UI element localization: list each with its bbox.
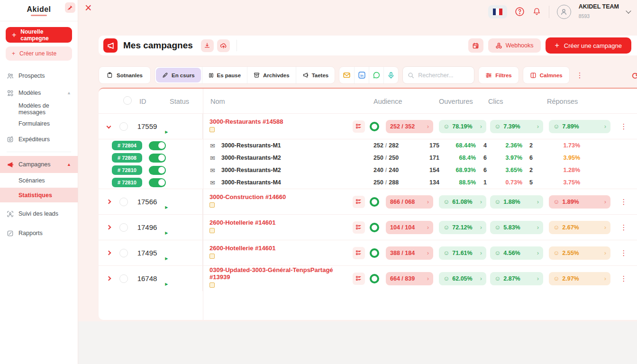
- main-area: × AKIDEL TEAM 8593 Mes campagnes Webhook…: [78, 0, 637, 364]
- channel-filters: in: [339, 66, 399, 84]
- open-rate-pill[interactable]: ☺61.08%›: [439, 195, 486, 209]
- audience-pill[interactable]: 252 / 352›: [386, 120, 433, 133]
- message-toggle[interactable]: [149, 178, 166, 187]
- message-row: # 72810 ✉ 3000-Restaurants-M4 250/288 13…: [99, 176, 637, 189]
- search-input[interactable]: [418, 72, 465, 79]
- new-campaign-button[interactable]: + Nourelle campegne: [6, 27, 72, 43]
- sidebar-item-statistics[interactable]: Statistiques: [0, 188, 78, 202]
- sidebar-item-senders[interactable]: Expéditeurs: [0, 131, 78, 148]
- message-toggle[interactable]: [149, 141, 166, 150]
- message-name: 3000-Restaurants-M2: [221, 155, 373, 161]
- row-checkbox[interactable]: [119, 198, 137, 206]
- sidebar-item-prospects[interactable]: Prospects: [0, 67, 78, 84]
- sidebar-item-campaigns[interactable]: Campagnes ▲: [0, 156, 78, 173]
- svg-text:in: in: [360, 73, 364, 78]
- calendar-button[interactable]: [468, 38, 483, 53]
- row-checkbox[interactable]: [119, 249, 137, 257]
- create-list-button[interactable]: + Créer une liste: [6, 46, 72, 61]
- campaign-name-link[interactable]: 3000-Restaurants #14588: [209, 118, 353, 126]
- tab-in-progress[interactable]: En csurs: [156, 68, 201, 82]
- tasklist-button[interactable]: [353, 120, 370, 133]
- campaign-name-link[interactable]: 2600-Hotellerie #14601: [209, 219, 353, 227]
- row-kebab-menu[interactable]: ⋮: [610, 200, 637, 204]
- click-rate-pill[interactable]: ☺1.88%›: [490, 195, 543, 209]
- click-rate-pill[interactable]: ☺2.87%›: [490, 272, 543, 285]
- message-toggle[interactable]: [149, 154, 166, 163]
- response-rate-pill[interactable]: ☺1.89%›: [549, 195, 610, 209]
- sidebar-item-scenarios[interactable]: Scénaries: [0, 173, 78, 188]
- click-rate-pill[interactable]: ☺5.83%›: [490, 221, 543, 234]
- message-id-badge: # 72810: [112, 178, 142, 187]
- column-divider: [203, 89, 203, 320]
- sidebar-item-reports[interactable]: Rapports: [0, 225, 78, 242]
- audience-pill[interactable]: 664 / 839›: [386, 272, 433, 285]
- help-icon[interactable]: [515, 7, 525, 17]
- upload-cloud-button[interactable]: [217, 39, 230, 52]
- row-checkbox[interactable]: [119, 274, 137, 283]
- close-icon[interactable]: ×: [85, 2, 92, 14]
- topbar: AKIDEL TEAM 8593: [488, 3, 630, 20]
- toolbar-kebab-menu[interactable]: ⋮: [576, 73, 583, 77]
- row-kebab-menu[interactable]: ⋮: [610, 124, 637, 128]
- tasklist-button[interactable]: [353, 247, 370, 259]
- chevron-down-icon[interactable]: [626, 8, 631, 13]
- select-all-checkbox[interactable]: [123, 96, 132, 105]
- expand-chevron[interactable]: [99, 277, 119, 280]
- audience-pill[interactable]: 388 / 184›: [386, 246, 433, 260]
- open-rate-pill[interactable]: ☺71.61%›: [439, 246, 486, 260]
- download-button[interactable]: [201, 39, 214, 52]
- campaign-name-link[interactable]: 3000-Construction #14660: [209, 194, 353, 201]
- click-rate-pill[interactable]: ☺4.56%›: [490, 246, 543, 260]
- row-checkbox[interactable]: [119, 122, 137, 131]
- open-rate-pill[interactable]: ☺72.12%›: [439, 221, 486, 234]
- tab-label: Es pause: [217, 73, 241, 78]
- tasklist-button[interactable]: [353, 196, 370, 208]
- row-kebab-menu[interactable]: ⋮: [610, 251, 637, 255]
- tab-scenarios[interactable]: Sotnanles: [99, 66, 151, 84]
- audience-pill[interactable]: 104 / 104›: [386, 221, 433, 234]
- sidebar-item-forms[interactable]: Formulaires: [0, 116, 78, 131]
- row-kebab-menu[interactable]: ⋮: [610, 276, 637, 281]
- notifications-bell-icon[interactable]: [532, 7, 541, 16]
- response-rate-pill[interactable]: ☺2.97%›: [549, 272, 610, 285]
- collapse-chevron[interactable]: [99, 125, 119, 128]
- columns-button[interactable]: Calmnes: [523, 66, 570, 84]
- row-checkbox[interactable]: [119, 223, 137, 232]
- row-kebab-menu[interactable]: ⋮: [610, 225, 637, 229]
- expand-chevron[interactable]: [99, 226, 119, 229]
- expand-chevron[interactable]: [99, 200, 119, 203]
- campaign-name-link[interactable]: 0309-Updated-3003-Général-TenpsPartagé #…: [209, 267, 353, 281]
- expand-chevron[interactable]: [99, 251, 119, 255]
- voice-channel-icon[interactable]: [383, 67, 398, 83]
- linkedin-channel-icon[interactable]: in: [354, 67, 369, 83]
- message-toggle[interactable]: [149, 166, 166, 175]
- tab-all[interactable]: Taetes: [296, 67, 335, 83]
- tasklist-button[interactable]: [353, 221, 370, 234]
- tasklist-button[interactable]: [353, 273, 370, 285]
- open-rate-pill[interactable]: ☺78.19%›: [439, 120, 486, 133]
- response-rate-pill[interactable]: ☺2.55%›: [549, 246, 610, 260]
- response-rate-pill[interactable]: ☺2.67%›: [549, 221, 610, 234]
- sidebar-item-leads[interactable]: Suivi des leads: [0, 205, 78, 222]
- sidebar-item-model-messages[interactable]: Modèles de messages: [0, 101, 78, 116]
- tab-archived[interactable]: Archivdes: [247, 67, 296, 83]
- pin-sidebar-button[interactable]: [65, 2, 75, 13]
- language-selector[interactable]: [488, 5, 507, 18]
- create-campaign-button[interactable]: + Créer une campagne: [546, 37, 631, 54]
- message-id-badge: # 72808: [112, 153, 142, 163]
- campaign-name-link[interactable]: 2600-Hotellerie #14601: [209, 245, 353, 252]
- sidebar-item-models[interactable]: Modèles ▲: [0, 84, 78, 101]
- filters-button[interactable]: Filtres: [478, 66, 519, 84]
- click-rate-pill[interactable]: ☺7.39%›: [490, 120, 543, 133]
- webhooks-button[interactable]: Webhooks: [488, 38, 541, 53]
- webhooks-label: Webhooks: [506, 42, 534, 49]
- tab-paused[interactable]: Es pause: [202, 67, 247, 83]
- email-channel-icon[interactable]: [339, 67, 354, 83]
- chat-channel-icon[interactable]: [369, 67, 383, 83]
- col-clicks: Clics: [488, 98, 503, 105]
- avatar[interactable]: [557, 5, 571, 19]
- audience-pill[interactable]: 866 / 068›: [386, 195, 433, 209]
- refresh-icon[interactable]: ⟳: [632, 70, 637, 82]
- response-rate-pill[interactable]: ☺7.89%›: [549, 120, 610, 133]
- open-rate-pill[interactable]: ☺62.05%›: [439, 272, 486, 285]
